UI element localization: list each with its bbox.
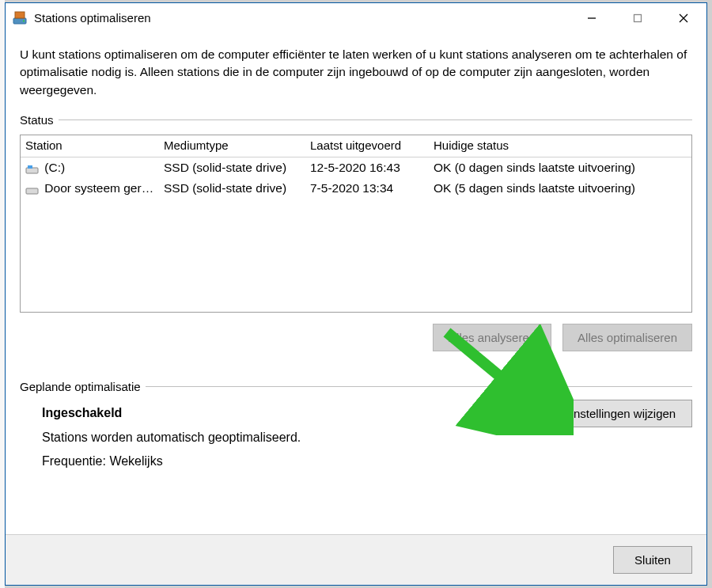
window-controls [569,3,706,32]
titlebar: Stations optimaliseren [6,3,706,33]
cell-medium: SSD (solid-state drive) [159,180,305,197]
drive-icon [25,164,40,173]
svg-rect-1 [15,12,25,18]
divider [59,119,692,120]
svg-rect-8 [28,165,32,169]
divider [146,386,692,387]
col-header-station[interactable]: Station [21,135,159,157]
status-section-label: Status [20,113,692,127]
schedule-enabled: Ingeschakeld [42,401,554,425]
optimize-drives-window: Stations optimaliseren U kunt stations o… [5,2,707,586]
content-area: U kunt stations optimaliseren om de comp… [6,33,706,534]
cell-last: 7-5-2020 13:34 [305,180,429,197]
cell-status: OK (5 dagen sinds laatste uitvoering) [429,180,691,197]
svg-rect-4 [634,14,642,21]
table-row[interactable]: Door systeem ger… SSD (solid-state drive… [21,178,691,199]
maximize-button[interactable] [615,3,661,32]
table-row[interactable]: (C:) SSD (solid-state drive) 12-5-2020 1… [21,157,691,178]
drives-table[interactable]: Station Mediumtype Laatst uitgevoerd Hui… [20,135,692,313]
status-label-text: Status [20,113,54,127]
svg-rect-9 [26,188,38,194]
minimize-button[interactable] [569,3,615,32]
action-button-row: Alles analyseren Alles optimaliseren [20,324,692,351]
change-settings-button[interactable]: Instellingen wijzigen [554,400,692,427]
schedule-heading: Geplande optimalisatie [20,380,141,393]
optimize-all-button: Alles optimaliseren [562,324,692,351]
window-title: Stations optimaliseren [34,11,569,25]
close-dialog-button[interactable]: Sluiten [613,546,692,574]
schedule-desc: Stations worden automatisch geoptimalise… [42,426,554,450]
dialog-footer: Sluiten [6,534,706,585]
cell-station: Door systeem ger… [44,181,153,195]
col-header-status[interactable]: Huidige status [429,135,691,157]
close-button[interactable] [661,3,706,32]
cell-status: OK (0 dagen sinds laatste uitvoering) [429,159,691,176]
cell-station: (C:) [44,161,65,174]
cell-last: 12-5-2020 16:43 [305,159,429,176]
analyze-all-button: Alles analyseren [433,324,551,351]
col-header-last[interactable]: Laatst uitgevoerd [305,135,429,157]
app-icon [12,10,28,26]
svg-rect-7 [26,168,38,173]
table-header: Station Mediumtype Laatst uitgevoerd Hui… [21,135,691,157]
col-header-medium[interactable]: Mediumtype [159,135,305,157]
drive-icon [25,184,40,194]
cell-medium: SSD (solid-state drive) [159,159,305,176]
svg-point-2 [23,20,25,21]
intro-text: U kunt stations optimaliseren om de comp… [20,46,692,99]
schedule-section-label: Geplande optimalisatie [20,380,692,393]
schedule-freq: Frequentie: Wekelijks [42,450,554,473]
schedule-block: Ingeschakeld Stations worden automatisch… [20,401,554,473]
